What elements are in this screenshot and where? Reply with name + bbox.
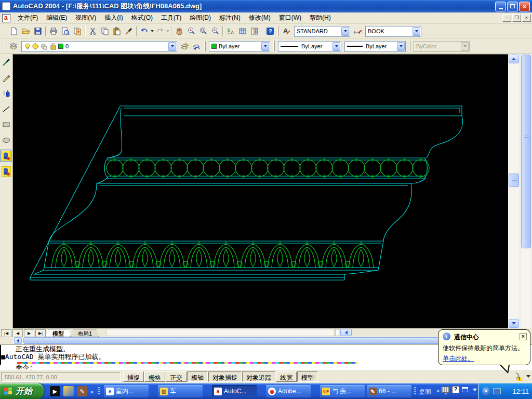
- communication-center-icon[interactable]: [512, 371, 523, 381]
- tab-last-button[interactable]: ▶|: [35, 329, 46, 337]
- menu-help[interactable]: 帮助(H): [305, 12, 335, 24]
- toggle-polar[interactable]: 极轴: [187, 371, 208, 382]
- linetype-dropdown[interactable]: [332, 42, 340, 51]
- zoom-window-button[interactable]: [197, 25, 209, 37]
- spray-tool-button[interactable]: [1, 87, 11, 100]
- toggle-model-space[interactable]: 模型: [297, 371, 318, 382]
- keyboard-ime-icon[interactable]: [441, 387, 449, 393]
- zoom-previous-button[interactable]: [209, 25, 221, 37]
- hscroll-splitter[interactable]: [336, 329, 339, 336]
- open-button[interactable]: [20, 25, 32, 37]
- quicklaunch-icon-3[interactable]: ✎: [77, 386, 87, 396]
- pen-tool-button[interactable]: [1, 56, 11, 69]
- pan-button[interactable]: [173, 25, 185, 37]
- desktop-toolbar[interactable]: 桌面: [419, 388, 431, 396]
- menu-draw[interactable]: 绘图(D): [185, 12, 215, 24]
- menu-modify[interactable]: 修改(M): [245, 12, 275, 24]
- match-properties-button[interactable]: [123, 25, 135, 37]
- drawing-canvas[interactable]: [13, 54, 508, 328]
- hscroll-arrow-button[interactable]: [14, 337, 22, 344]
- media-player-icon[interactable]: ▶: [50, 386, 60, 396]
- menu-insert[interactable]: 插入(I): [100, 12, 127, 24]
- designcenter-button[interactable]: [236, 25, 248, 37]
- start-button[interactable]: 开始: [0, 383, 44, 399]
- mdi-minimize-button[interactable]: –: [502, 14, 511, 22]
- scroll-up-button[interactable]: [509, 55, 519, 63]
- layer-combo[interactable]: 0: [21, 41, 177, 52]
- new-button[interactable]: [8, 25, 20, 37]
- menu-window[interactable]: 窗口(W): [275, 12, 305, 24]
- coordinate-readout[interactable]: 550.61, 470.77, 0.00: [1, 372, 121, 382]
- balloon-close-icon[interactable]: ×: [520, 333, 527, 340]
- print-button[interactable]: [47, 25, 59, 37]
- network-tray-icon[interactable]: [493, 388, 501, 394]
- hidden-icons-chevron[interactable]: <: [482, 387, 490, 395]
- help-button[interactable]: ?: [264, 25, 276, 37]
- taskbtn-66[interactable]: ✎ 66 - ...: [367, 385, 411, 397]
- color-combo[interactable]: ByLayer: [209, 41, 270, 52]
- close-button[interactable]: ×: [519, 2, 530, 11]
- lineweight-dropdown[interactable]: [397, 42, 405, 51]
- toolbar-grip[interactable]: [5, 26, 6, 36]
- text-style-dropdown[interactable]: [341, 27, 349, 36]
- menu-tools[interactable]: 工具(T): [157, 12, 185, 24]
- drawing-icon[interactable]: [2, 14, 10, 22]
- right-scroll-thumb[interactable]: [521, 55, 531, 248]
- minimize-button[interactable]: [495, 2, 506, 11]
- mdi-restore-button[interactable]: ❐: [512, 14, 521, 22]
- block-tool-button[interactable]: [1, 150, 11, 162]
- quicklaunch-overflow-chevron[interactable]: »: [90, 389, 94, 395]
- ime-options-arrow[interactable]: [473, 389, 477, 391]
- restore-button[interactable]: [507, 2, 518, 11]
- toggle-lineweight[interactable]: 线宽: [276, 371, 297, 382]
- balloon-link[interactable]: 单击此处。: [443, 354, 474, 363]
- taskbtn-ie[interactable]: e 室内...: [104, 385, 149, 397]
- menu-file[interactable]: 文件(F): [14, 12, 42, 24]
- tab-model[interactable]: 模型: [46, 329, 71, 337]
- right-edge-scrollbar[interactable]: [521, 54, 531, 328]
- menu-view[interactable]: 视图(V): [71, 12, 100, 24]
- menu-dimension[interactable]: 标注(N): [215, 12, 245, 24]
- status-menu-arrow[interactable]: [526, 375, 530, 378]
- pencil-tool-button[interactable]: [1, 72, 11, 84]
- toggle-otrack[interactable]: 对象追踪: [242, 371, 275, 382]
- linetype-combo[interactable]: ByLayer: [278, 41, 341, 52]
- redo-button[interactable]: [154, 25, 166, 37]
- rectangle-tool-button[interactable]: [1, 118, 11, 131]
- tab-first-button[interactable]: |◀: [1, 329, 11, 337]
- ime-restore-icon[interactable]: [462, 387, 468, 392]
- taskbtn-adobe[interactable]: ◉ Adobe...: [266, 385, 311, 397]
- taskbtn-folder[interactable]: ▨ 车: [158, 385, 203, 397]
- tab-next-button[interactable]: ▶: [24, 329, 34, 337]
- lineweight-combo[interactable]: ByLayer: [344, 41, 406, 52]
- tab-layout1[interactable]: 布局1: [71, 329, 99, 337]
- toggle-grid[interactable]: 栅格: [144, 371, 165, 382]
- layer-dropdown[interactable]: [168, 42, 176, 51]
- redo-dropdown-arrow[interactable]: [166, 30, 169, 32]
- save-button[interactable]: [32, 25, 44, 37]
- menu-edit[interactable]: 编辑(E): [42, 12, 71, 24]
- block-insert-button[interactable]: [1, 165, 11, 178]
- layer-previous-button[interactable]: [191, 41, 203, 52]
- dim-style-dropdown[interactable]: [413, 27, 420, 36]
- quicklaunch-icon-2[interactable]: [63, 386, 74, 396]
- text-style-combo[interactable]: STANDARD: [294, 26, 350, 37]
- dim-style-icon[interactable]: [352, 25, 364, 37]
- publish-button[interactable]: [71, 25, 83, 37]
- menu-format[interactable]: 格式(O): [127, 12, 157, 24]
- zoom-realtime-button[interactable]: [185, 25, 197, 37]
- text-style-icon[interactable]: A: [281, 25, 292, 37]
- taskbtn-chat[interactable]: VIP 与 疾...: [320, 385, 365, 397]
- hscroll-thumb[interactable]: [23, 337, 507, 344]
- paste-button[interactable]: [111, 25, 123, 37]
- desktop-overflow-chevron[interactable]: »: [436, 388, 440, 394]
- undo-button[interactable]: [138, 25, 150, 37]
- quick-select-button[interactable]: SA: [224, 25, 236, 37]
- properties-palette-button[interactable]: [248, 25, 260, 37]
- hscroll-left-button[interactable]: [340, 329, 352, 336]
- print-preview-button[interactable]: [59, 25, 71, 37]
- tab-prev-button[interactable]: ◀: [12, 329, 23, 337]
- copy-button[interactable]: [99, 25, 111, 37]
- line-tool-button[interactable]: [1, 103, 11, 115]
- toggle-osnap[interactable]: 对象捕捉: [208, 371, 242, 382]
